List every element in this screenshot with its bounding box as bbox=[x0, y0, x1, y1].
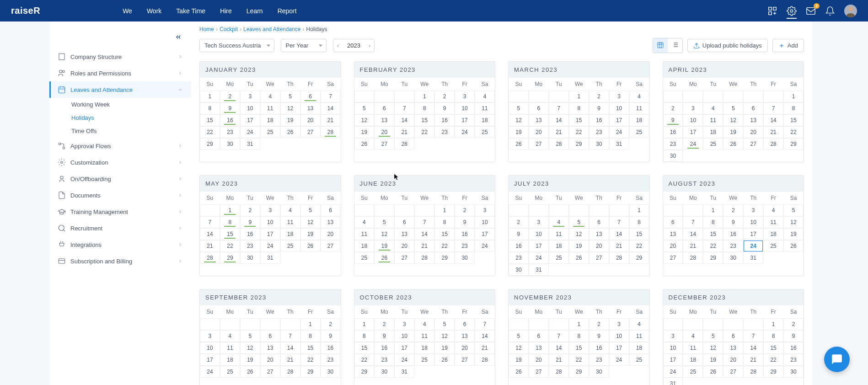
day-cell[interactable]: 14 bbox=[549, 114, 569, 126]
day-cell[interactable]: 5 bbox=[723, 102, 743, 114]
day-cell[interactable]: 26 bbox=[703, 366, 723, 378]
day-cell[interactable]: 8 bbox=[434, 216, 455, 228]
day-cell[interactable]: 30 bbox=[663, 150, 683, 162]
nav-work[interactable]: Work bbox=[147, 7, 161, 15]
day-cell[interactable]: 16 bbox=[321, 342, 341, 354]
nav-hire[interactable]: Hire bbox=[220, 7, 232, 15]
day-cell[interactable]: 18 bbox=[260, 114, 280, 126]
day-cell[interactable]: 3 bbox=[609, 91, 629, 102]
day-cell[interactable]: 28 bbox=[280, 366, 300, 378]
day-cell[interactable]: 25 bbox=[629, 126, 649, 138]
day-cell[interactable]: 11 bbox=[475, 102, 495, 114]
day-cell[interactable]: 31 bbox=[663, 378, 683, 385]
day-cell[interactable]: 4 bbox=[683, 330, 703, 342]
day-cell[interactable]: 18 bbox=[629, 342, 649, 354]
day-cell[interactable]: 19 bbox=[703, 354, 723, 366]
day-cell[interactable]: 12 bbox=[434, 330, 455, 342]
day-cell[interactable]: 1 bbox=[354, 318, 375, 330]
day-cell[interactable]: 2 bbox=[240, 204, 260, 216]
day-cell[interactable]: 21 bbox=[280, 354, 300, 366]
day-cell[interactable]: 17 bbox=[475, 228, 495, 240]
day-cell[interactable]: 25 bbox=[629, 354, 649, 366]
day-cell[interactable]: 12 bbox=[783, 216, 804, 228]
day-cell[interactable]: 29 bbox=[434, 252, 455, 264]
day-cell[interactable]: 1 bbox=[569, 318, 589, 330]
day-cell[interactable]: 11 bbox=[354, 228, 375, 240]
day-cell[interactable]: 10 bbox=[200, 342, 220, 354]
day-cell[interactable]: 27 bbox=[455, 354, 475, 366]
day-cell[interactable]: 29 bbox=[569, 138, 589, 150]
day-cell[interactable]: 29 bbox=[220, 252, 240, 264]
day-cell[interactable]: 23 bbox=[321, 354, 341, 366]
day-cell[interactable]: 22 bbox=[414, 126, 434, 138]
day-cell[interactable]: 8 bbox=[200, 102, 220, 114]
day-cell[interactable]: 29 bbox=[783, 138, 804, 150]
sidebar-item-company-structure[interactable]: Company Structure bbox=[49, 48, 191, 65]
day-cell[interactable]: 17 bbox=[240, 114, 260, 126]
day-cell[interactable]: 16 bbox=[509, 240, 529, 252]
day-cell[interactable]: 26 bbox=[374, 252, 394, 264]
sidebar-item-integrations[interactable]: Integrations bbox=[49, 236, 191, 253]
day-cell[interactable]: 13 bbox=[300, 102, 321, 114]
day-cell[interactable]: 30 bbox=[220, 138, 240, 150]
day-cell[interactable]: 7 bbox=[549, 330, 569, 342]
day-cell[interactable]: 7 bbox=[609, 216, 629, 228]
day-cell[interactable]: 22 bbox=[200, 126, 220, 138]
sidebar-item-approval-flows[interactable]: Approval Flows bbox=[49, 138, 191, 154]
day-cell[interactable]: 10 bbox=[609, 102, 629, 114]
day-cell[interactable]: 22 bbox=[300, 354, 321, 366]
day-cell[interactable]: 20 bbox=[321, 228, 341, 240]
day-cell[interactable]: 9 bbox=[220, 102, 240, 114]
day-cell[interactable]: 21 bbox=[549, 126, 569, 138]
day-cell[interactable]: 8 bbox=[569, 102, 589, 114]
day-cell[interactable]: 30 bbox=[240, 252, 260, 264]
day-cell[interactable]: 23 bbox=[783, 354, 804, 366]
day-cell[interactable]: 24 bbox=[260, 240, 280, 252]
day-cell[interactable]: 6 bbox=[529, 330, 549, 342]
day-cell[interactable]: 3 bbox=[475, 204, 495, 216]
day-cell[interactable]: 23 bbox=[220, 126, 240, 138]
day-cell[interactable]: 5 bbox=[703, 330, 723, 342]
day-cell[interactable]: 5 bbox=[783, 204, 804, 216]
day-cell[interactable]: 2 bbox=[509, 216, 529, 228]
day-cell[interactable]: 3 bbox=[200, 330, 220, 342]
day-cell[interactable]: 1 bbox=[629, 204, 649, 216]
day-cell[interactable]: 29 bbox=[703, 252, 723, 264]
list-view-button[interactable] bbox=[668, 38, 682, 53]
day-cell[interactable]: 20 bbox=[529, 354, 549, 366]
day-cell[interactable]: 7 bbox=[743, 330, 763, 342]
day-cell[interactable]: 7 bbox=[280, 330, 300, 342]
add-button[interactable]: Add bbox=[772, 39, 804, 52]
day-cell[interactable]: 6 bbox=[529, 102, 549, 114]
day-cell[interactable]: 19 bbox=[300, 228, 321, 240]
day-cell[interactable]: 7 bbox=[200, 216, 220, 228]
day-cell[interactable]: 18 bbox=[683, 354, 703, 366]
day-cell[interactable]: 10 bbox=[683, 114, 703, 126]
day-cell[interactable]: 9 bbox=[455, 216, 475, 228]
day-cell[interactable]: 10 bbox=[743, 216, 763, 228]
day-cell[interactable]: 2 bbox=[783, 318, 804, 330]
day-cell[interactable]: 10 bbox=[609, 330, 629, 342]
day-cell[interactable]: 24 bbox=[683, 138, 703, 150]
day-cell[interactable]: 23 bbox=[589, 126, 609, 138]
nav-report[interactable]: Report bbox=[278, 7, 297, 15]
upload-holidays-button[interactable]: Upload public holidays bbox=[687, 39, 768, 52]
period-select[interactable]: Per Year bbox=[281, 39, 327, 52]
day-cell[interactable]: 4 bbox=[549, 216, 569, 228]
day-cell[interactable]: 16 bbox=[783, 342, 804, 354]
day-cell[interactable]: 11 bbox=[549, 228, 569, 240]
day-cell[interactable]: 17 bbox=[200, 354, 220, 366]
day-cell[interactable]: 30 bbox=[723, 252, 743, 264]
day-cell[interactable]: 5 bbox=[280, 91, 300, 102]
day-cell[interactable]: 4 bbox=[629, 91, 649, 102]
day-cell[interactable]: 21 bbox=[394, 126, 414, 138]
sidebar-item-on-offboarding[interactable]: On/Offboarding bbox=[49, 171, 191, 187]
day-cell[interactable]: 9 bbox=[374, 330, 394, 342]
day-cell[interactable]: 27 bbox=[529, 366, 549, 378]
day-cell[interactable]: 29 bbox=[569, 366, 589, 378]
day-cell[interactable]: 6 bbox=[321, 204, 341, 216]
day-cell[interactable]: 30 bbox=[455, 252, 475, 264]
day-cell[interactable]: 27 bbox=[723, 366, 743, 378]
sidebar-item-leaves-and-attendance[interactable]: Leaves and Attendance bbox=[49, 81, 191, 98]
day-cell[interactable]: 12 bbox=[374, 228, 394, 240]
